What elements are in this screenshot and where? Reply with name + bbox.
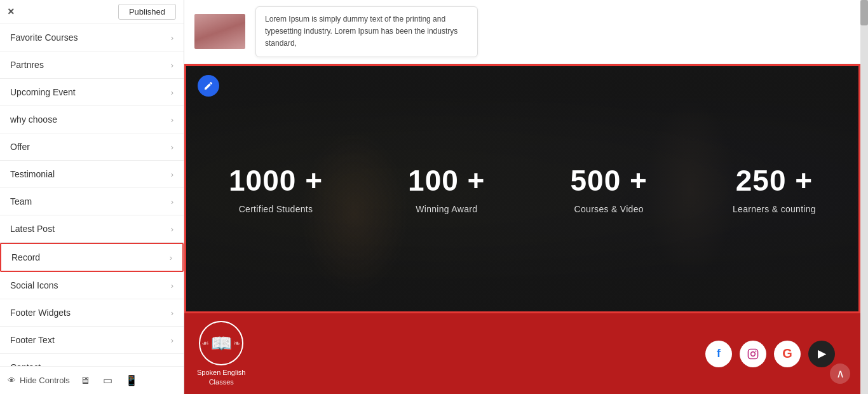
- stat-certified-students: 1000 + Certified Students: [229, 163, 323, 214]
- chevron-right-icon: ›: [170, 253, 172, 262]
- sidebar-item-record[interactable]: Record›: [0, 243, 184, 272]
- footer-social-icons: f G ▶: [705, 341, 835, 367]
- top-card-text: Lorem Ipsum is simply dummy text of the …: [265, 15, 458, 48]
- spoken-english-label: Spoken EnglishClasses: [197, 369, 245, 385]
- top-card-image: [194, 14, 245, 49]
- stat-learners: 250 + Learners & counting: [733, 163, 816, 214]
- menu-item-label: Upcoming Event: [10, 87, 76, 97]
- sidebar-item-favorite-courses[interactable]: Favorite Courses›: [0, 24, 184, 51]
- right-scrollbar[interactable]: [860, 0, 868, 394]
- stat-label-courses: Courses & Video: [574, 204, 644, 214]
- stat-courses-video: 500 + Courses & Video: [571, 163, 648, 214]
- chevron-right-icon: ›: [171, 308, 173, 318]
- chevron-right-icon: ›: [171, 33, 173, 43]
- stat-winning-award: 100 + Winning Award: [408, 163, 485, 214]
- youtube-icon[interactable]: ▶: [808, 341, 835, 367]
- menu-item-label: Latest Post: [10, 224, 55, 234]
- menu-item-label: Offer: [10, 142, 30, 152]
- menu-item-label: Footer Widgets: [10, 308, 71, 318]
- tablet-icon[interactable]: ▭: [100, 372, 115, 389]
- menu-item-label: Team: [10, 196, 32, 207]
- stat-number-learners: 250 +: [736, 163, 813, 198]
- published-button[interactable]: Published: [118, 4, 176, 20]
- sidebar-item-offer[interactable]: Offer›: [0, 133, 184, 161]
- sidebar-item-why-choose[interactable]: why choose›: [0, 106, 184, 133]
- sidebar-bottom: 👁 Hide Controls 🖥 ▭ 📱: [0, 366, 184, 394]
- instagram-icon[interactable]: [740, 341, 766, 367]
- menu-item-label: Record: [11, 252, 40, 262]
- sidebar-item-team[interactable]: Team›: [0, 188, 184, 215]
- stat-number-certified: 1000 +: [229, 163, 323, 198]
- top-card-bubble: Lorem Ipsum is simply dummy text of the …: [255, 6, 478, 57]
- scrollbar-thumb: [860, 0, 868, 25]
- stat-number-courses: 500 +: [571, 163, 648, 198]
- menu-item-label: Footer Text: [10, 335, 55, 345]
- sidebar-item-latest-post[interactable]: Latest Post›: [0, 215, 184, 243]
- scroll-to-top-button[interactable]: ∧: [830, 363, 850, 384]
- sidebar-item-contact[interactable]: Contact›: [0, 354, 184, 366]
- menu-item-label: Favorite Courses: [10, 32, 78, 43]
- hide-controls-button[interactable]: 👁 Hide Controls: [8, 376, 70, 385]
- mobile-icon[interactable]: 📱: [123, 372, 140, 389]
- sidebar-item-partners[interactable]: Partnres›: [0, 51, 184, 79]
- top-card: Lorem Ipsum is simply dummy text of the …: [184, 0, 860, 64]
- sidebar-item-testimonial[interactable]: Testimonial›: [0, 161, 184, 188]
- sidebar: × Published Favorite Courses›Partnres›Up…: [0, 0, 184, 394]
- edit-button[interactable]: [198, 75, 219, 97]
- pencil-icon: [203, 81, 214, 91]
- record-section: 1000 + Certified Students 100 + Winning …: [184, 64, 860, 314]
- chevron-right-icon: ›: [171, 336, 173, 345]
- sidebar-item-upcoming-event[interactable]: Upcoming Event›: [0, 79, 184, 106]
- sidebar-item-footer-widgets[interactable]: Footer Widgets›: [0, 299, 184, 327]
- chevron-right-icon: ›: [171, 88, 173, 97]
- sidebar-item-footer-text[interactable]: Footer Text›: [0, 327, 184, 354]
- sidebar-item-social-icons[interactable]: Social Icons›: [0, 272, 184, 299]
- eye-icon: 👁: [8, 376, 16, 385]
- menu-item-label: Partnres: [10, 60, 44, 70]
- chevron-right-icon: ›: [171, 60, 173, 70]
- chevron-right-icon: ›: [171, 281, 173, 290]
- menu-item-label: why choose: [10, 114, 57, 125]
- close-button[interactable]: ×: [8, 5, 15, 18]
- stat-number-award: 100 +: [408, 163, 485, 198]
- menu-item-label: Social Icons: [10, 280, 58, 290]
- facebook-icon[interactable]: f: [705, 341, 732, 367]
- stat-label-award: Winning Award: [416, 204, 477, 214]
- chevron-right-icon: ›: [171, 197, 173, 207]
- chevron-right-icon: ›: [171, 142, 173, 152]
- menu-item-label: Testimonial: [10, 169, 55, 179]
- footer-logo-text: Spoken EnglishClasses: [197, 368, 245, 386]
- book-icon: 📖: [210, 333, 233, 354]
- stat-label-learners: Learners & counting: [733, 204, 816, 214]
- chevron-right-icon: ›: [171, 170, 173, 179]
- sidebar-header: × Published: [0, 0, 184, 24]
- chevron-right-icon: ›: [171, 224, 173, 234]
- footer-logo: 📖 Spoken EnglishClasses: [197, 321, 245, 386]
- google-icon[interactable]: G: [774, 341, 801, 367]
- logo-circle: 📖: [199, 321, 243, 365]
- stat-label-certified: Certified Students: [239, 204, 313, 214]
- sidebar-menu: Favorite Courses›Partnres›Upcoming Event…: [0, 24, 184, 366]
- hide-controls-label: Hide Controls: [20, 376, 70, 385]
- chevron-right-icon: ›: [171, 115, 173, 125]
- desktop-icon[interactable]: 🖥: [78, 372, 93, 389]
- main-content: Lorem Ipsum is simply dummy text of the …: [184, 0, 860, 394]
- footer-section: 📖 Spoken EnglishClasses f G ▶ ∧: [184, 313, 860, 394]
